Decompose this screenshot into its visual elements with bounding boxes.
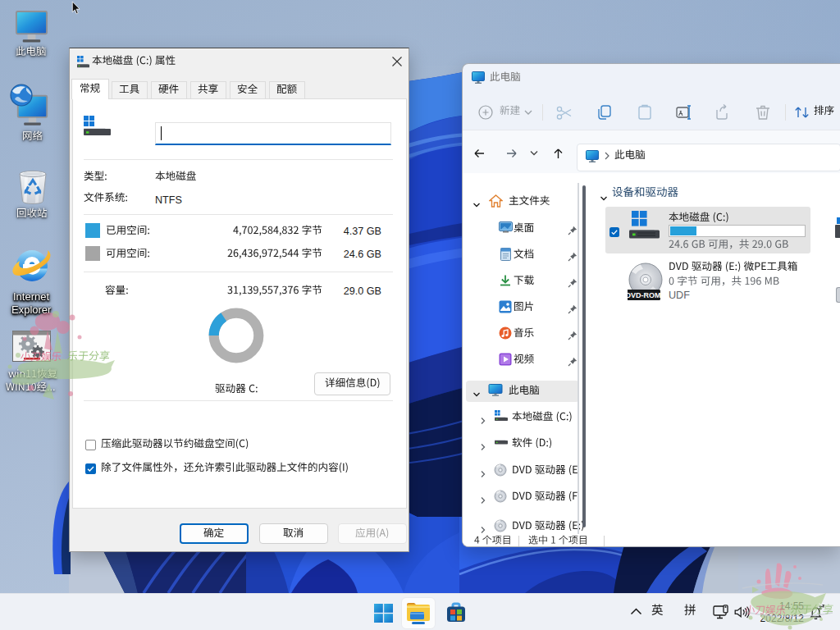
svg-text:DVD-ROM: DVD-ROM [628,291,661,299]
